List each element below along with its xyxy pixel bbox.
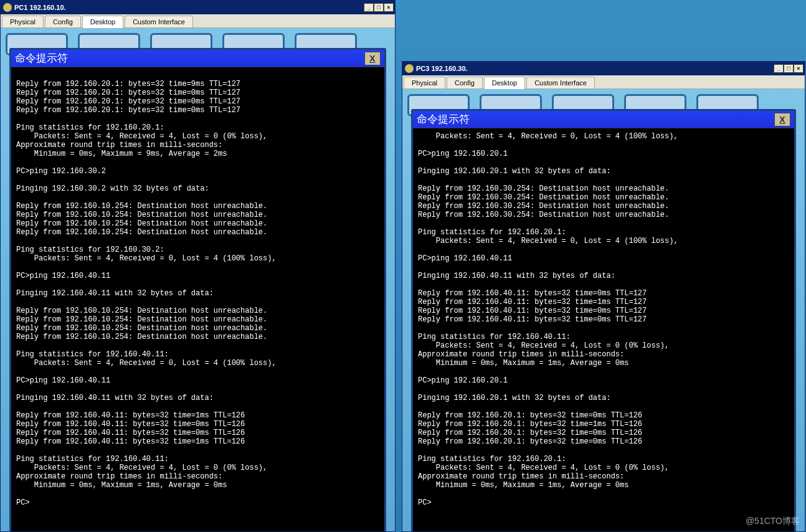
tab-config[interactable]: Config: [45, 16, 81, 27]
maximize-button[interactable]: □: [784, 64, 794, 73]
tab-desktop[interactable]: Desktop: [82, 16, 123, 28]
terminal-titlebar[interactable]: 命令提示符 X: [413, 111, 794, 128]
terminal-title: 命令提示符: [417, 112, 774, 126]
tab-custom-interface[interactable]: Custom Interface: [125, 16, 193, 27]
terminal-close-button[interactable]: X: [364, 52, 381, 65]
pc1-tabbar: Physical Config Desktop Custom Interface: [1, 14, 395, 28]
terminal-close-button[interactable]: X: [774, 113, 790, 126]
minimize-button[interactable]: _: [774, 64, 784, 73]
tab-custom-interface[interactable]: Custom Interface: [526, 77, 595, 88]
pc1-title: PC1 192.160.10.: [14, 4, 364, 11]
pc1-titlebar[interactable]: PC1 192.160.10. _ □ ×: [1, 1, 395, 14]
pc3-tabbar: Physical Config Desktop Custom Interface: [402, 75, 805, 89]
terminal-output[interactable]: Reply from 192.160.20.1: bytes=32 time=9…: [11, 67, 384, 531]
tab-config[interactable]: Config: [447, 77, 483, 88]
terminal-output[interactable]: Packets: Sent = 4, Received = 0, Lost = …: [413, 128, 794, 531]
pc3-title: PC3 192.160.30.: [416, 65, 774, 72]
minimize-button[interactable]: _: [364, 3, 374, 12]
pc1-desktop: 命令提示符 X Reply from 192.160.20.1: bytes=3…: [1, 28, 395, 531]
app-icon: [405, 64, 414, 73]
pc1-terminal: 命令提示符 X Reply from 192.160.20.1: bytes=3…: [9, 48, 386, 531]
pc3-terminal: 命令提示符 X Packets: Sent = 4, Received = 0,…: [411, 109, 796, 531]
close-button[interactable]: ×: [384, 3, 394, 12]
watermark: @51CTO博客: [746, 516, 800, 527]
tab-desktop[interactable]: Desktop: [484, 77, 525, 89]
close-button[interactable]: ×: [794, 64, 804, 73]
terminal-title: 命令提示符: [15, 51, 364, 65]
app-icon: [3, 3, 12, 12]
tab-physical[interactable]: Physical: [2, 16, 44, 27]
pc3-titlebar[interactable]: PC3 192.160.30. _ □ ×: [402, 62, 805, 75]
pc3-window: PC3 192.160.30. _ □ × Physical Config De…: [402, 61, 805, 532]
maximize-button[interactable]: □: [374, 3, 384, 12]
tab-physical[interactable]: Physical: [404, 77, 445, 88]
terminal-titlebar[interactable]: 命令提示符 X: [11, 50, 384, 67]
pc3-desktop: 命令提示符 X Packets: Sent = 4, Received = 0,…: [402, 89, 805, 531]
pc1-window: PC1 192.160.10. _ □ × Physical Config De…: [0, 0, 396, 532]
